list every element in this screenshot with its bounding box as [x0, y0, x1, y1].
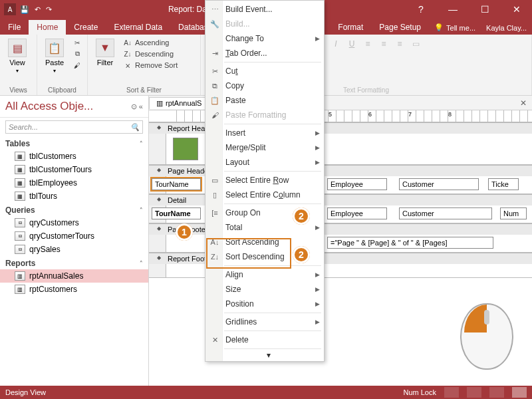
copy-icon: ⧉ — [209, 82, 220, 90]
field-tourname-label[interactable]: TourName — [152, 178, 201, 190]
field-ticket-label[interactable]: Ticke — [488, 178, 519, 190]
view-design-button[interactable] — [512, 387, 527, 398]
align-left-button[interactable]: ≡ — [360, 37, 375, 51]
field-customer-label[interactable]: Customer — [399, 178, 479, 190]
align-center-button[interactable]: ≡ — [376, 37, 391, 51]
field-numberoftickets[interactable]: Num — [500, 207, 527, 219]
ctx-select-row[interactable]: ▭Select Entire Row — [205, 173, 324, 188]
nav-header[interactable]: All Access Obje... ⊙ « — [0, 96, 148, 118]
ctx-label: Change To — [225, 34, 264, 43]
align-right-button[interactable]: ≡ — [392, 37, 407, 51]
nav-section-tables[interactable]: Tables˄ — [0, 136, 148, 150]
nav-item-rptcustomers[interactable]: ▥rptCustomers — [0, 283, 148, 296]
tab-create[interactable]: Create — [66, 20, 106, 35]
nav-item-tblcustomertours[interactable]: ▦tblCustomerTours — [0, 163, 148, 176]
view-report-button[interactable] — [444, 387, 459, 398]
ctx-build-event[interactable]: ⋯Build Event... — [205, 2, 324, 17]
maximize-button[interactable]: ☐ — [473, 4, 496, 15]
nav-item-qrycustomertours[interactable]: ⧈qryCustomerTours — [0, 229, 148, 243]
doc-tab-close-icon[interactable]: ✕ — [515, 98, 532, 108]
ctx-label: Total — [225, 223, 242, 232]
tell-me-search[interactable]: 💡 Tell me... — [429, 21, 481, 35]
mouse-left-button-highlight — [464, 305, 487, 332]
ctx-size[interactable]: Size▶ — [205, 282, 324, 297]
select-col-icon: ▯ — [209, 191, 220, 200]
filter-button[interactable]: ▼Filter — [93, 37, 117, 68]
tab-external-data[interactable]: External Data — [106, 20, 170, 35]
ascending-button[interactable]: A↓Ascending — [121, 37, 180, 48]
minimize-button[interactable]: — — [442, 4, 464, 15]
nav-section-reports[interactable]: Reports˄ — [0, 256, 148, 269]
ctx-label: Size — [225, 285, 241, 294]
nav-collapse-icon[interactable]: ⊙ « — [131, 102, 143, 111]
field-employee-label[interactable]: Employee — [327, 178, 387, 190]
ctx-gridlines[interactable]: Gridlines▶ — [205, 315, 324, 329]
tab-page-setup[interactable]: Page Setup — [371, 20, 429, 35]
status-numlock: Num Lock — [403, 388, 436, 396]
ctx-insert[interactable]: Insert▶ — [205, 126, 324, 140]
group-sortfilter-label: Sort & Filter — [93, 85, 195, 94]
copy-button[interactable]: ⧉ — [70, 49, 84, 59]
tab-file[interactable]: File — [0, 20, 29, 35]
filter-label: Filter — [97, 59, 113, 66]
nav-item-qrycustomers[interactable]: ⧈qryCustomers — [0, 216, 148, 229]
underline-button[interactable]: U — [344, 37, 359, 51]
ctx-cut[interactable]: ✂Cut — [205, 64, 324, 78]
ctx-align[interactable]: Align▶ — [205, 267, 324, 282]
field-customer[interactable]: Customer — [399, 207, 492, 219]
nav-item-tblemployees[interactable]: ▦tblEmployees — [0, 176, 148, 190]
remove-sort-button[interactable]: ⨯Remove Sort — [121, 60, 180, 70]
nav-section-tables-label: Tables — [5, 139, 30, 148]
status-view-mode: Design View — [5, 388, 46, 396]
user-signin[interactable]: Kayla Clay... — [481, 21, 532, 35]
nav-section-queries[interactable]: Queries˄ — [0, 203, 148, 216]
tab-home[interactable]: Home — [29, 20, 66, 35]
qa-undo-icon[interactable]: ↶ — [35, 5, 41, 14]
ctx-change-to[interactable]: Change To▶ — [205, 31, 324, 46]
paste-fmt-icon: 🖌 — [209, 111, 220, 119]
nav-item-qrysales[interactable]: ⧈qrySales — [0, 243, 148, 256]
nav-section-queries-label: Queries — [5, 205, 35, 215]
help-button[interactable]: ? — [410, 4, 432, 15]
ctx-merge-split[interactable]: Merge/Split▶ — [205, 140, 324, 155]
field-employee[interactable]: Employee — [327, 207, 387, 219]
report-icon: ▥ — [15, 271, 25, 281]
paste-button[interactable]: 📋Paste▾ — [43, 37, 66, 75]
nav-item-tbltours[interactable]: ▦tblTours — [0, 190, 148, 203]
doc-tab-rptannualsales[interactable]: ▥rptAnnualS — [149, 97, 209, 109]
cut-icon: ✂ — [72, 38, 82, 47]
descending-button[interactable]: Z↓Descending — [121, 49, 180, 59]
view-button[interactable]: ▤View▾ — [5, 37, 29, 75]
ctx-tab-order[interactable]: ⇥Tab Order... — [205, 46, 324, 61]
field-page-expression[interactable]: ="Page " & [Page] & " of " & [Pages] — [327, 237, 493, 249]
qa-redo-icon[interactable]: ↷ — [46, 5, 52, 14]
builder-icon: ⋯ — [209, 5, 220, 14]
ctx-label: Paste — [225, 96, 246, 105]
ctx-select-column[interactable]: ▯Select Entire Column — [205, 188, 324, 202]
ctx-expand[interactable]: ▾ — [205, 350, 324, 360]
ctx-position[interactable]: Position▶ — [205, 297, 324, 311]
chevron-up-icon: ˄ — [140, 260, 143, 267]
ctx-copy[interactable]: ⧉Copy — [205, 78, 324, 93]
view-layout-button[interactable] — [489, 387, 504, 398]
nav-search-input[interactable]: Search... 🔍 — [5, 120, 143, 134]
ctx-layout[interactable]: Layout▶ — [205, 155, 324, 170]
report-icon: ▥ — [15, 285, 25, 294]
view-print-button[interactable] — [467, 387, 481, 398]
ctx-label: Sort Ascending — [225, 237, 279, 247]
ctx-paste[interactable]: 📋Paste — [205, 93, 324, 108]
qa-save-icon[interactable]: 💾 — [20, 5, 29, 14]
fill-color-button[interactable]: ▭ — [408, 37, 423, 51]
tutorial-callout-2b: 2 — [293, 246, 310, 263]
cut-button[interactable]: ✂ — [70, 37, 84, 48]
logo-image-control[interactable] — [173, 138, 198, 160]
format-painter-button[interactable]: 🖌 — [70, 60, 84, 70]
tab-format[interactable]: Format — [330, 20, 371, 35]
italic-button[interactable]: I — [329, 37, 343, 51]
nav-item-rptannualsales[interactable]: ▥rptAnnualSales — [0, 269, 148, 283]
ctx-delete[interactable]: ✕Delete — [205, 332, 324, 347]
close-button[interactable]: ✕ — [505, 4, 528, 15]
nav-item-tblcustomers[interactable]: ▦tblCustomers — [0, 150, 148, 163]
field-tourname[interactable]: TourName — [152, 207, 201, 219]
group-clipboard-label: Clipboard — [43, 85, 82, 94]
